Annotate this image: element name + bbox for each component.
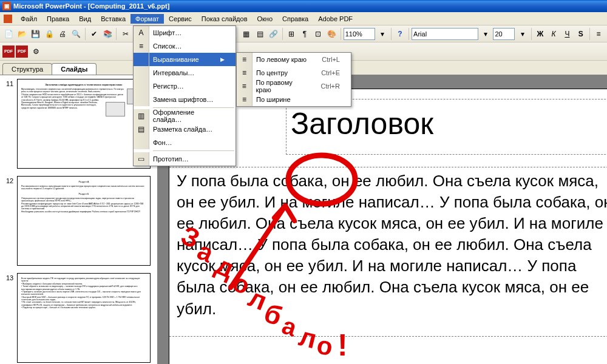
format-replace-fonts[interactable]: Замена шрифтов… bbox=[134, 93, 236, 106]
font-name-combo[interactable] bbox=[412, 28, 478, 40]
shadow-button[interactable]: S bbox=[575, 27, 587, 41]
slide-thumb-row[interactable]: 13 Если приобретаемая модель ПК не подхо… bbox=[0, 269, 157, 364]
format-background[interactable]: Фон… bbox=[134, 136, 236, 149]
bold-button[interactable]: Ж bbox=[534, 27, 546, 41]
align-center[interactable]: ≡По центруCtrl+E bbox=[237, 66, 351, 79]
font-size-combo[interactable] bbox=[493, 28, 515, 40]
research-button[interactable]: 📚 bbox=[101, 27, 114, 41]
slide-thumbnail[interactable]: Если приобретаемая модель ПК не подходит… bbox=[17, 273, 151, 363]
slide-number: 11 bbox=[2, 79, 17, 169]
layout-icon: ▤ bbox=[134, 123, 149, 136]
slide-number: 12 bbox=[2, 176, 17, 266]
preview-button[interactable]: 🔍 bbox=[70, 27, 83, 41]
font-size-dropdown[interactable]: ▾ bbox=[516, 27, 528, 41]
menu-adobe[interactable]: Adobe PDF bbox=[313, 14, 358, 24]
toolbar-standard: 📄 📂 💾 🔒 🖨 🔍 ✔ 📚 ✂ 📋 📄 🖌 ↶ ↷ ✎ 📊 ▦ ▤ 🔗 ⊞ … bbox=[0, 25, 607, 42]
new-button[interactable]: 📄 bbox=[2, 27, 15, 41]
titlebar: ▣ Microsoft PowerPoint - [Computing_2011… bbox=[0, 0, 607, 12]
show-formatting-button[interactable]: ¶ bbox=[299, 27, 311, 41]
table-button[interactable]: ▦ bbox=[240, 27, 253, 41]
app-icon: ▣ bbox=[2, 2, 11, 10]
slide-thumb-row[interactable]: 12 Раздел А Рассматриваются вопросы орга… bbox=[0, 172, 157, 269]
prototype-icon: ▭ bbox=[134, 152, 149, 166]
align-left[interactable]: ≡По левому краюCtrl+L bbox=[237, 53, 351, 66]
separator bbox=[153, 107, 234, 108]
align-left-button[interactable]: ≡ bbox=[592, 27, 605, 41]
format-slide-layout[interactable]: ▤Разметка слайда… bbox=[134, 123, 236, 136]
format-prototype[interactable]: ▭Прототип… bbox=[134, 152, 236, 166]
zoom-dropdown[interactable]: ▾ bbox=[376, 27, 388, 41]
app-title: Microsoft PowerPoint - [Computing_2011_v… bbox=[13, 2, 169, 10]
menu-edit[interactable]: Правка bbox=[42, 14, 74, 24]
help-button[interactable]: ? bbox=[394, 27, 406, 41]
submenu-arrow-icon: ▶ bbox=[220, 56, 225, 62]
permission-button[interactable]: 🔒 bbox=[43, 27, 55, 41]
design-icon: ▥ bbox=[134, 109, 149, 123]
separator bbox=[116, 28, 117, 40]
spell-button[interactable]: ✔ bbox=[88, 27, 100, 41]
tab-outline[interactable]: Структура bbox=[2, 63, 52, 75]
zoom-combo[interactable] bbox=[344, 28, 375, 40]
align-right-icon: ≡ bbox=[237, 79, 253, 93]
menu-insert[interactable]: Вставка bbox=[96, 14, 131, 24]
format-align[interactable]: Выравнивание▶ bbox=[134, 53, 236, 66]
hyperlink-button[interactable]: 🔗 bbox=[267, 27, 279, 41]
separator bbox=[391, 28, 392, 40]
align-submenu: ≡По левому краюCtrl+L ≡По центруCtrl+E ≡… bbox=[236, 52, 351, 107]
show-grid-button[interactable]: ⊡ bbox=[312, 27, 324, 41]
pdf-settings-button[interactable]: ⚙ bbox=[29, 45, 42, 58]
separator bbox=[85, 28, 86, 40]
slide-thumbnail[interactable]: Заголовок слайда одиннадцать о техническ… bbox=[17, 79, 151, 169]
tab-slides[interactable]: Слайды bbox=[52, 63, 97, 75]
slide-thumbnail[interactable]: Раздел А Рассматриваются вопросы организ… bbox=[17, 176, 151, 266]
format-list[interactable]: ≡Список… bbox=[134, 39, 236, 53]
doc-icon[interactable] bbox=[4, 15, 12, 23]
menu-window[interactable]: Окно bbox=[253, 14, 278, 24]
slide-title-text[interactable]: Заголовок bbox=[291, 106, 433, 141]
print-button[interactable]: 🖨 bbox=[56, 27, 69, 41]
save-button[interactable]: 💾 bbox=[30, 27, 42, 41]
menu-help[interactable]: Справка bbox=[277, 14, 313, 24]
separator bbox=[341, 28, 341, 40]
slide-number: 13 bbox=[2, 273, 17, 363]
underline-button[interactable]: Ч bbox=[561, 27, 573, 41]
menu-view[interactable]: Вид bbox=[74, 14, 96, 24]
separator bbox=[589, 28, 590, 40]
menu-file[interactable]: Файл bbox=[16, 14, 42, 24]
separator bbox=[282, 28, 283, 40]
format-slide-design[interactable]: ▥Оформление слайда… bbox=[134, 109, 236, 123]
menu-tools[interactable]: Сервис bbox=[164, 14, 197, 24]
open-button[interactable]: 📂 bbox=[16, 27, 28, 41]
workspace: 11 Заголовок слайда одиннадцать о технич… bbox=[0, 75, 607, 364]
format-case[interactable]: Регистр… bbox=[134, 79, 236, 93]
separator bbox=[531, 28, 532, 40]
font-icon: A bbox=[134, 26, 149, 39]
separator bbox=[409, 28, 409, 40]
menu-slideshow[interactable]: Показ слайдов bbox=[197, 14, 253, 24]
menubar: Файл Правка Вид Вставка Формат Сервис По… bbox=[0, 12, 607, 25]
blank-icon bbox=[134, 79, 149, 93]
align-justify[interactable]: ≡По ширине bbox=[237, 93, 351, 106]
format-font[interactable]: AШрифт… bbox=[134, 26, 236, 39]
italic-button[interactable]: К bbox=[548, 27, 560, 41]
slide-body-text[interactable]: У попа была собака, он ее любил. Она съе… bbox=[177, 170, 607, 320]
align-right[interactable]: ≡По правому краюCtrl+R bbox=[237, 79, 351, 93]
font-name-dropdown[interactable]: ▾ bbox=[480, 27, 492, 41]
separator bbox=[153, 150, 234, 151]
cut-button[interactable]: ✂ bbox=[119, 27, 131, 41]
align-center-icon: ≡ bbox=[237, 66, 253, 79]
format-dropdown: AШрифт… ≡Список… Выравнивание▶ Интервалы… bbox=[133, 25, 236, 166]
align-left-icon: ≡ bbox=[237, 53, 253, 66]
align-justify-icon: ≡ bbox=[237, 93, 253, 106]
expand-all-button[interactable]: ⊞ bbox=[285, 27, 297, 41]
blank-icon bbox=[134, 53, 149, 66]
pdf-review-icon[interactable]: PDF bbox=[16, 46, 28, 58]
pdf-create-icon[interactable]: PDF bbox=[2, 46, 15, 58]
blank-icon bbox=[134, 136, 149, 149]
blank-icon bbox=[134, 93, 149, 106]
blank-icon bbox=[134, 66, 149, 79]
color-button[interactable]: 🎨 bbox=[325, 27, 337, 41]
format-intervals[interactable]: Интервалы… bbox=[134, 66, 236, 79]
tables-borders-button[interactable]: ▤ bbox=[254, 27, 266, 41]
menu-format[interactable]: Формат bbox=[131, 14, 164, 24]
